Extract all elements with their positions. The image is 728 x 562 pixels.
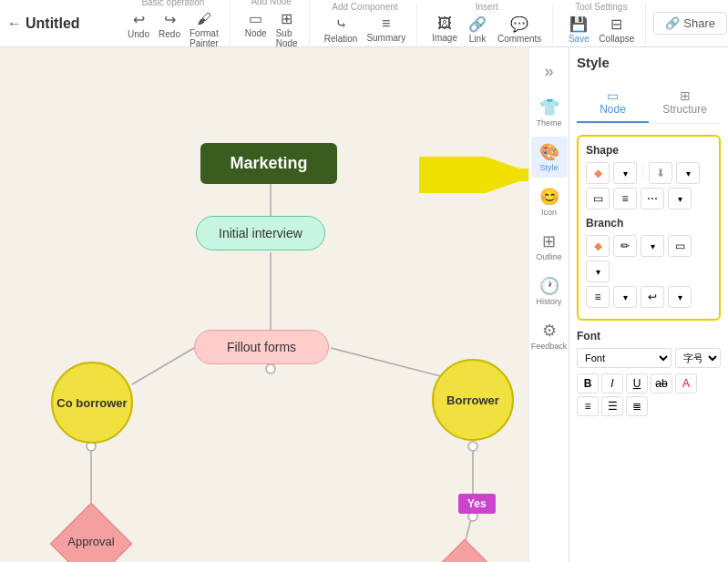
share-button[interactable]: 🔗 Share	[653, 12, 727, 35]
sidebar-item-icon[interactable]: 😊 Icon	[531, 181, 568, 222]
fill-dropdown-button[interactable]: ▾	[613, 162, 637, 184]
tab-node[interactable]: ▭ Node	[577, 83, 649, 123]
add-node-items: ▭Node ⊞Sub Node	[241, 8, 302, 50]
document-title: Untitled	[26, 15, 98, 32]
connectors-svg	[0, 47, 528, 562]
basic-operation-label: Basic operation	[141, 0, 204, 7]
back-button[interactable]: ←	[7, 13, 22, 35]
outline-icon: ⊞	[542, 231, 556, 251]
link-button[interactable]: 🔗Link	[463, 14, 492, 46]
font-family-select[interactable]: Font	[577, 348, 672, 368]
fillout-forms-node[interactable]: Fillout forms	[194, 330, 329, 364]
branch-color-button[interactable]: ◆	[586, 235, 610, 257]
insert-group: Insert 🖼Image 🔗Link 💬Comments	[421, 2, 553, 46]
line-style2-button[interactable]: ⋯	[641, 188, 664, 209]
summary-button[interactable]: ≡Summary	[363, 14, 409, 46]
line-style-button[interactable]: ≡	[613, 188, 637, 209]
redo-button[interactable]: ↪Redo	[155, 9, 184, 50]
sub-node-button[interactable]: ⊞Sub Node	[272, 8, 302, 50]
tool-settings-label: Tool Settings	[575, 2, 627, 12]
sidebar-item-theme[interactable]: 👕 Theme	[531, 92, 568, 133]
branch-dropdown-button[interactable]: ▾	[641, 235, 664, 257]
insert-label: Insert	[476, 2, 498, 12]
svg-line-2	[132, 348, 194, 384]
collapse-button[interactable]: ⊟Collapse	[595, 14, 638, 46]
node-tab-icon: ▭	[580, 88, 645, 103]
borrower-node[interactable]: Borrower	[432, 359, 514, 441]
insert-items: 🖼Image 🔗Link 💬Comments	[428, 14, 545, 46]
theme-icon: 👕	[539, 97, 559, 118]
panel-title: Style	[577, 55, 721, 74]
shape-style-button[interactable]: ▭	[586, 188, 610, 209]
branch-pen-button[interactable]: ✏	[613, 235, 637, 257]
tool-settings-group: Tool Settings 💾Save ⊟Collapse	[557, 2, 646, 46]
font-label: Font	[577, 330, 721, 342]
marketing-node[interactable]: Marketing	[200, 143, 337, 184]
font-section: Font Font 字号 B I U ab A ≡ ☰ ≣	[577, 330, 721, 416]
image-button[interactable]: 🖼Image	[428, 14, 461, 46]
approval-right-container[interactable]: Approval	[424, 539, 506, 562]
branch-row-2: ≡ ▾ ↩ ▾	[586, 286, 712, 308]
line-dropdown-button[interactable]: ▾	[668, 188, 692, 209]
node-button[interactable]: ▭Node	[241, 8, 271, 50]
icon-icon: 😊	[539, 187, 559, 207]
strikethrough-button[interactable]: ab	[651, 373, 672, 393]
panel-tabs: ▭ Node ⊞ Structure	[577, 83, 721, 124]
branch-border2-button[interactable]: ▾	[586, 261, 610, 282]
fill-color-button[interactable]: ◆	[586, 162, 610, 184]
branch-border-button[interactable]: ▭	[668, 235, 692, 257]
sidebar-icons: » 👕 Theme 🎨 Style 😊 Icon ⊞ Outline 🕐 His…	[528, 47, 569, 562]
underline-button[interactable]: U	[626, 373, 648, 393]
bold-button[interactable]: B	[577, 373, 599, 393]
add-node-group: Add Node ▭Node ⊞Sub Node	[234, 0, 310, 50]
tab-structure[interactable]: ⊞ Structure	[649, 83, 721, 123]
svg-point-9	[468, 442, 477, 451]
branch-line-button[interactable]: ≡	[586, 286, 610, 308]
yes-node[interactable]: Yes	[458, 494, 496, 514]
branch-label: Branch	[586, 217, 712, 230]
border-dropdown-button[interactable]: ▾	[676, 162, 700, 184]
basic-operation-items: ↩Undo ↪Redo 🖌Format Painter	[124, 9, 222, 50]
align-right-button[interactable]: ≣	[626, 396, 648, 416]
sidebar-item-outline[interactable]: ⊞ Outline	[531, 226, 568, 267]
divider-1	[642, 164, 643, 182]
yellow-arrow	[419, 157, 528, 193]
italic-button[interactable]: I	[601, 373, 623, 393]
branch-arrow2-button[interactable]: ▾	[668, 286, 692, 308]
branch-line2-button[interactable]: ▾	[613, 286, 637, 308]
initial-interview-node[interactable]: Initial interview	[196, 216, 325, 250]
align-left-button[interactable]: ≡	[577, 396, 599, 416]
add-node-label: Add Node	[251, 0, 291, 6]
tool-settings-items: 💾Save ⊟Collapse	[564, 14, 638, 46]
basic-operation-group: Basic operation ↩Undo ↪Redo 🖌Format Pain…	[117, 0, 231, 50]
sidebar-item-style[interactable]: 🎨 Style	[531, 137, 568, 178]
feedback-icon: ⚙	[542, 321, 557, 341]
share-icon: 🔗	[665, 16, 680, 30]
border-color-button[interactable]: ⬇	[649, 162, 672, 184]
add-component-items: ⤷Relation ≡Summary	[321, 14, 410, 46]
font-size-select[interactable]: 字号	[675, 348, 721, 368]
undo-button[interactable]: ↩Undo	[124, 9, 153, 50]
shape-section: Shape ◆ ▾ ⬇ ▾ ▭ ≡ ⋯ ▾ Branch ◆ ✏ ▾ ▭ ▾	[577, 135, 721, 321]
right-panel: Style ▭ Node ⊞ Structure Shape ◆ ▾ ⬇ ▾ ▭	[569, 47, 728, 562]
history-icon: 🕐	[539, 276, 559, 296]
comments-button[interactable]: 💬Comments	[494, 14, 545, 46]
canvas[interactable]: Marketing Initial interview Fillout form…	[0, 47, 528, 562]
format-painter-button[interactable]: 🖌Format Painter	[186, 9, 222, 50]
svg-point-7	[266, 364, 275, 373]
relation-button[interactable]: ⤷Relation	[321, 14, 362, 46]
font-color-button[interactable]: A	[675, 373, 697, 393]
co-borrower-node[interactable]: Co borrower	[51, 362, 133, 444]
add-component-group: Add Component ⤷Relation ≡Summary	[313, 2, 418, 46]
save-button[interactable]: 💾Save	[564, 14, 593, 46]
branch-arrow-button[interactable]: ↩	[641, 286, 664, 308]
toolbar-right: 🔗 Share 📤 Export	[653, 12, 728, 35]
sidebar-item-history[interactable]: 🕐 History	[531, 271, 568, 312]
sidebar-collapse-button[interactable]: »	[544, 55, 553, 88]
align-center-button[interactable]: ☰	[601, 396, 623, 416]
structure-tab-icon: ⊞	[652, 88, 717, 103]
approval-left-container[interactable]: Approval	[50, 503, 132, 562]
toolbar: ← Untitled Basic operation ↩Undo ↪Redo 🖌…	[0, 0, 728, 47]
sidebar-item-feedback[interactable]: ⚙ Feedback	[531, 315, 568, 356]
branch-row-1: ◆ ✏ ▾ ▭ ▾	[586, 235, 712, 282]
